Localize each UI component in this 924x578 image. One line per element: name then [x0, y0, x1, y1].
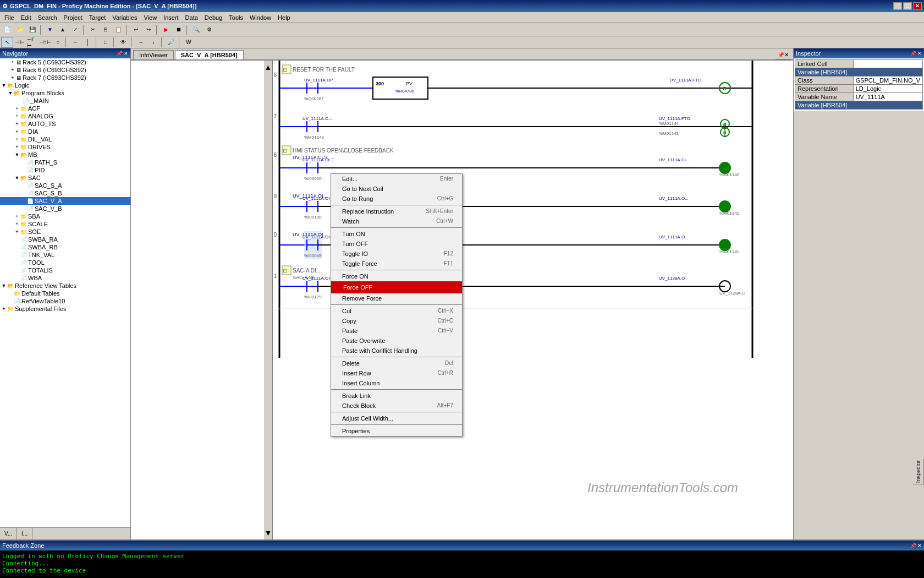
upload-btn[interactable]: ▲: [57, 24, 69, 35]
copy-btn[interactable]: ⎘: [100, 24, 112, 35]
tree-item-tnk-val[interactable]: 📄 TNK_VAL: [0, 251, 130, 259]
save-btn[interactable]: 💾: [26, 24, 38, 35]
ctx-paste-conflict[interactable]: Paste with Conflict Handling: [331, 346, 462, 356]
func-block-btn[interactable]: □: [100, 37, 112, 48]
validate-btn[interactable]: ✓: [69, 24, 81, 35]
tab-infoviewer[interactable]: InfoViewer: [133, 50, 174, 59]
ctx-edit[interactable]: Edit... Enter: [331, 174, 462, 184]
ctx-toggle-force[interactable]: Toggle Force F11: [331, 259, 462, 269]
tree-item-path-s[interactable]: 📄 PATH_S: [0, 159, 130, 166]
ctx-force-on[interactable]: Force ON: [331, 271, 462, 281]
minimize-btn[interactable]: _: [893, 2, 902, 10]
ctx-remove-force[interactable]: Remove Force: [331, 293, 462, 303]
menu-help[interactable]: Help: [274, 13, 294, 22]
menu-target[interactable]: Target: [86, 13, 109, 22]
ctx-go-to-rung[interactable]: Go to Rung Ctrl+G: [331, 194, 462, 204]
new-btn[interactable]: 📄: [1, 24, 13, 35]
tab-close-btn[interactable]: 📌 ✕: [776, 51, 791, 59]
redo-btn[interactable]: ↪: [142, 24, 155, 35]
coil-btn[interactable]: ○: [52, 37, 64, 48]
ctx-insert-row[interactable]: Insert Row Ctrl+R: [331, 368, 462, 378]
tree-item-supplemental[interactable]: + 📁 Supplemental Files: [0, 305, 130, 313]
contact-nc-btn[interactable]: ⊣/⊢: [26, 37, 38, 48]
tree-item-analog[interactable]: + 📁 ANALOG: [0, 112, 130, 120]
tree-item-dia[interactable]: + 📁 DIA: [0, 128, 130, 135]
ctx-check-block[interactable]: Check Block Alt+F7: [331, 401, 462, 411]
watch-btn[interactable]: W: [183, 37, 195, 48]
tree-item-rack5[interactable]: + 🖥 Rack 5 (IC693CHS392): [0, 58, 130, 66]
inspector-close-btn[interactable]: ✕: [917, 51, 922, 56]
nav-tab-v[interactable]: V...: [0, 528, 17, 539]
tree-item-main[interactable]: 📄 _MAIN: [0, 97, 130, 105]
tree-item-soe[interactable]: + 📁 SOE: [0, 228, 130, 236]
tree-item-dil-val[interactable]: + 📁 DIL_VAL: [0, 135, 130, 143]
ctx-break-link[interactable]: Break Link: [331, 391, 462, 401]
tab-main[interactable]: SAC_V_A [HBR504]: [175, 50, 244, 59]
stop-btn[interactable]: ⏹: [173, 24, 185, 35]
menu-insert[interactable]: Insert: [160, 13, 182, 22]
navigator-pin-btn[interactable]: 📌: [117, 51, 123, 56]
ctx-paste-overwrite[interactable]: Paste Overwrite: [331, 336, 462, 346]
menu-debug[interactable]: Debug: [201, 13, 226, 22]
contact-pos-btn[interactable]: ⊣↑⊢: [39, 37, 51, 48]
tree-item-totalis[interactable]: 📄 TOTALIS: [0, 266, 130, 274]
tree-item-drives[interactable]: + 📁 DRIVES: [0, 143, 130, 151]
ctx-turn-on[interactable]: Turn ON: [331, 229, 462, 239]
ctx-next-coil[interactable]: Go to Next Coil: [331, 184, 462, 194]
zoom-btn[interactable]: 🔎: [165, 37, 177, 48]
menu-data[interactable]: Data: [182, 13, 201, 22]
undo-btn[interactable]: ↩: [130, 24, 142, 35]
select-btn[interactable]: ↖: [1, 37, 13, 48]
tree-item-default-tables[interactable]: 📁 Default Tables: [0, 290, 130, 297]
tree-item-sac-s-a[interactable]: 📄 SAC_S_A: [0, 182, 130, 189]
tree-item-program-blocks[interactable]: ▼ 📂 Program Blocks: [0, 89, 130, 97]
tree-item-pid[interactable]: 📄 PID: [0, 166, 130, 174]
inspector-pin-btn[interactable]: 📌: [910, 51, 916, 56]
menu-file[interactable]: File: [1, 13, 18, 22]
nav-tab-i[interactable]: I...: [17, 528, 32, 539]
feedback-close-btn[interactable]: ✕: [917, 543, 922, 548]
tree-item-acf[interactable]: + 📁 ACF: [0, 105, 130, 112]
ctx-delete[interactable]: Delete Del: [331, 358, 462, 368]
run-btn[interactable]: ▶: [160, 24, 172, 35]
menu-variables[interactable]: Variables: [109, 13, 140, 22]
v-wire-btn[interactable]: │: [82, 37, 94, 48]
ctx-replace-instruction[interactable]: Replace Instruction Shift+Enter: [331, 206, 462, 216]
tree-item-ref-view[interactable]: ▼ 📂 Reference View Tables: [0, 282, 130, 290]
scroll-down-btn[interactable]: ▼: [265, 528, 272, 537]
nav-arrow-down[interactable]: ↓: [147, 37, 160, 48]
nav-arrow-right[interactable]: →: [135, 37, 147, 48]
tree-item-refview10[interactable]: 📄 RefViewTable10: [0, 297, 130, 305]
menu-window[interactable]: Window: [246, 13, 274, 22]
menu-edit[interactable]: Edit: [18, 13, 35, 22]
menu-search[interactable]: Search: [35, 13, 61, 22]
contact-no-btn[interactable]: ⊣⊢: [14, 37, 26, 48]
tree-item-logic[interactable]: ▼ 📂 Logic: [0, 81, 130, 89]
monitor-btn[interactable]: 👁: [117, 37, 129, 48]
open-btn[interactable]: 📁: [14, 24, 26, 35]
settings-btn[interactable]: ⚙: [203, 24, 215, 35]
tree-item-swba-rb[interactable]: 📄 SWBA_RB: [0, 243, 130, 251]
tree-item-tool[interactable]: 📄 TOOL: [0, 259, 130, 266]
tree-item-mb[interactable]: ▼ 📂 MB: [0, 151, 130, 159]
tree-item-sac[interactable]: ▼ 📂 SAC: [0, 174, 130, 182]
ctx-turn-off[interactable]: Turn OFF: [331, 239, 462, 249]
scroll-up-btn[interactable]: ▲: [265, 63, 272, 72]
ctx-force-off[interactable]: Force OFF: [331, 281, 462, 293]
ctx-properties[interactable]: Properties: [331, 426, 462, 436]
ctx-adjust-cell[interactable]: Adjust Cell Width...: [331, 413, 462, 423]
tree-item-rack6[interactable]: + 🖥 Rack 6 (IC693CHS392): [0, 66, 130, 74]
paste-btn[interactable]: 📋: [112, 24, 124, 35]
ctx-paste[interactable]: Paste Ctrl+V: [331, 326, 462, 336]
navigator-close-btn[interactable]: ✕: [124, 51, 128, 56]
ctx-insert-column[interactable]: Insert Column: [331, 378, 462, 388]
tree-item-sac-v-b[interactable]: 📄 SAC_V_B: [0, 205, 130, 212]
tree-item-rack7[interactable]: + 🖥 Rack 7 (IC693CHS392): [0, 74, 130, 81]
feedback-pin-btn[interactable]: 📌: [910, 543, 916, 548]
menu-view[interactable]: View: [140, 13, 160, 22]
ctx-copy[interactable]: Copy Ctrl+C: [331, 316, 462, 326]
tree-item-sac-v-a[interactable]: 📄 SAC_V_A: [0, 197, 130, 205]
tree-item-sba[interactable]: + 📁 SBA: [0, 212, 130, 220]
tree-item-auto-ts[interactable]: + 📁 AUTO_TS: [0, 120, 130, 128]
tree-item-wba[interactable]: 📄 WBA: [0, 274, 130, 282]
